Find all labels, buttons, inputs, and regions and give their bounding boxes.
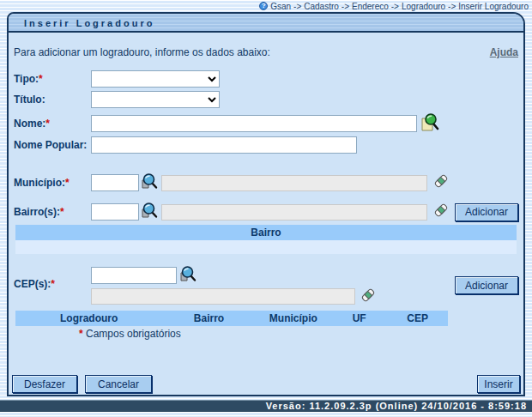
adicionar-cep-button[interactable]: Adicionar [455,276,518,294]
action-buttons-row: Desfazer Cancelar Inserir [12,375,520,393]
intro-text: Para adicionar um logradouro, informe os… [14,46,270,60]
search-document-icon[interactable] [420,112,440,136]
main-panel: Inserir Logradouro Para adicionar um log… [7,12,525,396]
help-icon[interactable]: ? [259,2,268,10]
ceps-label: CEP(s):* [14,278,91,290]
breadcrumb-item-logradouro[interactable]: Logradouro [402,2,445,11]
column-header-municipio: Município [256,311,331,326]
eraser-icon[interactable] [432,172,450,193]
municipio-label: Município:* [14,177,91,189]
eraser-icon[interactable] [360,287,377,307]
inserir-button[interactable]: Inserir [477,375,520,393]
breadcrumb-separator: -> [391,2,399,11]
breadcrumb-item-inserir-logradouro[interactable]: Inserir Logradouro [458,2,529,11]
bairros-readonly-field [161,204,427,221]
version-footer: Versão: 11.2.09.2.3p (Online) 24/10/2016… [0,400,532,412]
bairros-label: Bairro(s):* [14,206,91,218]
breadcrumb-item-cadastro[interactable]: Cadastro [304,2,339,11]
column-header-cep: CEP [387,311,448,326]
search-icon[interactable] [179,265,197,287]
bairro-table-header: Bairro [15,225,517,240]
tipo-select[interactable] [91,70,220,88]
breadcrumb-separator: -> [342,2,349,11]
form-content: Para adicionar um logradouro, informe os… [9,46,523,396]
ceps-readonly-field [91,288,355,305]
column-header-bairro: Bairro [162,311,255,326]
bairro-table-empty-row [15,240,517,254]
column-header-logradouro: Logradouro [15,311,162,326]
nome-input[interactable] [91,115,417,132]
required-asterisk: * [39,73,43,85]
required-asterisk: * [60,206,64,218]
municipio-readonly-field [161,175,427,191]
bairros-input[interactable] [91,203,139,221]
nome-label: Nome:* [14,118,91,130]
required-asterisk: * [51,278,55,290]
tipo-label: Tipo:* [14,73,91,85]
ceps-input[interactable] [91,267,177,284]
cancelar-button[interactable]: Cancelar [85,375,152,393]
eraser-icon[interactable] [432,202,450,222]
required-asterisk: * [65,177,70,189]
titulo-label: Título: [14,94,91,106]
actions-spacer [160,375,469,393]
search-icon[interactable] [141,172,159,194]
breadcrumb-separator: -> [448,2,456,11]
logradouro-table-header: Logradouro Bairro Município UF CEP [15,311,448,326]
breadcrumb-item-endereco[interactable]: Endereco [352,2,389,11]
page-title: Inserir Logradouro [9,14,523,33]
column-header-uf: UF [331,311,388,326]
required-asterisk: * [45,118,50,130]
required-fields-note: * Campos obrigatórios [79,328,518,341]
breadcrumb-item-gsan[interactable]: Gsan [270,2,291,11]
breadcrumb-separator: -> [293,2,301,11]
adicionar-bairro-button[interactable]: Adicionar [455,203,518,221]
search-icon[interactable] [141,202,159,223]
breadcrumb: ? Gsan -> Cadastro -> Endereco -> Lograd… [0,0,532,12]
municipio-input[interactable] [91,174,139,191]
ajuda-link[interactable]: Ajuda [490,46,518,60]
nome-popular-input[interactable] [91,136,357,154]
nome-popular-label: Nome Popular: [14,139,91,151]
titulo-select[interactable] [91,91,220,108]
desfazer-button[interactable]: Desfazer [12,375,77,393]
